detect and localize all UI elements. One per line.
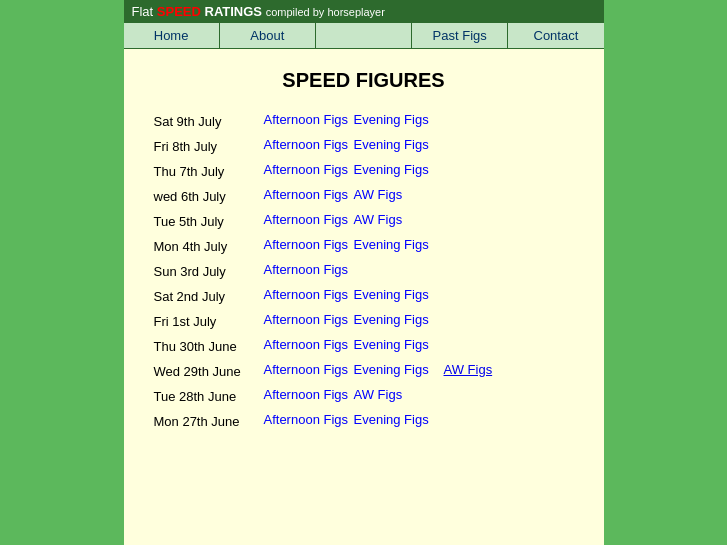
- date-label: Fri 1st July: [154, 312, 264, 329]
- date-label: Fri 8th July: [154, 137, 264, 154]
- header-bar: Flat SPEED RATINGS compiled by horseplay…: [124, 0, 604, 23]
- navigation: Home About Past Figs Contact: [124, 23, 604, 49]
- afternoon-figs-col: Afternoon Figs: [264, 387, 354, 404]
- date-row: Sat 2nd JulyAfternoon FigsEvening Figs: [154, 287, 574, 304]
- afternoon-figs-link[interactable]: Afternoon Figs: [264, 337, 354, 354]
- date-row: Tue 5th JulyAfternoon FigsAW Figs: [154, 212, 574, 229]
- page-wrapper: Flat SPEED RATINGS compiled by horseplay…: [124, 0, 604, 545]
- date-row: Wed 29th JuneAfternoon FigsEvening FigsA…: [154, 362, 574, 379]
- evening-figs-link[interactable]: Evening Figs: [354, 362, 444, 379]
- main-content: SPEED FIGURES Sat 9th JulyAfternoon Figs…: [124, 49, 604, 545]
- afternoon-figs-col: Afternoon Figs: [264, 212, 354, 229]
- nav-past-figs[interactable]: Past Figs: [412, 23, 508, 48]
- evening-figs-link[interactable]: AW Figs: [354, 187, 444, 204]
- evening-figs-col: Evening Figs: [354, 337, 444, 354]
- date-label: Tue 5th July: [154, 212, 264, 229]
- afternoon-figs-link[interactable]: Afternoon Figs: [264, 287, 354, 304]
- date-label: Tue 28th June: [154, 387, 264, 404]
- afternoon-figs-link[interactable]: Afternoon Figs: [264, 262, 354, 279]
- evening-figs-link[interactable]: AW Figs: [354, 387, 444, 404]
- evening-figs-link[interactable]: AW Figs: [354, 212, 444, 229]
- nav-about[interactable]: About: [220, 23, 316, 48]
- date-label: wed 6th July: [154, 187, 264, 204]
- afternoon-figs-col: Afternoon Figs: [264, 237, 354, 254]
- evening-figs-col: Evening Figs: [354, 137, 444, 154]
- evening-figs-col: Evening Figs: [354, 412, 444, 429]
- afternoon-figs-col: Afternoon Figs: [264, 137, 354, 154]
- date-row: Mon 27th JuneAfternoon FigsEvening Figs: [154, 412, 574, 429]
- date-row: Mon 4th JulyAfternoon FigsEvening Figs: [154, 237, 574, 254]
- evening-figs-link[interactable]: Evening Figs: [354, 112, 444, 129]
- date-row: Tue 28th JuneAfternoon FigsAW Figs: [154, 387, 574, 404]
- afternoon-figs-col: Afternoon Figs: [264, 262, 354, 279]
- afternoon-figs-col: Afternoon Figs: [264, 187, 354, 204]
- afternoon-figs-link[interactable]: Afternoon Figs: [264, 212, 354, 229]
- afternoon-figs-link[interactable]: Afternoon Figs: [264, 362, 354, 379]
- date-label: Sat 2nd July: [154, 287, 264, 304]
- date-row: Thu 7th JulyAfternoon FigsEvening Figs: [154, 162, 574, 179]
- afternoon-figs-col: Afternoon Figs: [264, 312, 354, 329]
- evening-figs-col: AW Figs: [354, 187, 444, 204]
- afternoon-figs-link[interactable]: Afternoon Figs: [264, 137, 354, 154]
- date-label: Sat 9th July: [154, 112, 264, 129]
- evening-figs-col: Evening Figs: [354, 312, 444, 329]
- afternoon-figs-col: Afternoon Figs: [264, 162, 354, 179]
- date-row: Sat 9th JulyAfternoon FigsEvening Figs: [154, 112, 574, 129]
- afternoon-figs-col: Afternoon Figs: [264, 362, 354, 379]
- evening-figs-col: Evening Figs: [354, 162, 444, 179]
- afternoon-figs-link[interactable]: Afternoon Figs: [264, 387, 354, 404]
- afternoon-figs-link[interactable]: Afternoon Figs: [264, 162, 354, 179]
- header-compiled: compiled by horseplayer: [266, 6, 385, 18]
- evening-figs-col: AW Figs: [354, 387, 444, 404]
- afternoon-figs-col: Afternoon Figs: [264, 112, 354, 129]
- evening-figs-link[interactable]: Evening Figs: [354, 237, 444, 254]
- date-row: Thu 30th JuneAfternoon FigsEvening Figs: [154, 337, 574, 354]
- evening-figs-link[interactable]: Evening Figs: [354, 312, 444, 329]
- afternoon-figs-link[interactable]: Afternoon Figs: [264, 112, 354, 129]
- evening-figs-col: Evening Figs: [354, 287, 444, 304]
- evening-figs-link[interactable]: Evening Figs: [354, 337, 444, 354]
- evening-figs-col: AW Figs: [354, 212, 444, 229]
- aw-figs-link[interactable]: AW Figs: [444, 362, 493, 377]
- date-label: Mon 27th June: [154, 412, 264, 429]
- date-row: Fri 8th JulyAfternoon FigsEvening Figs: [154, 137, 574, 154]
- date-label: Thu 7th July: [154, 162, 264, 179]
- evening-figs-col: Evening Figs: [354, 362, 444, 379]
- afternoon-figs-link[interactable]: Afternoon Figs: [264, 312, 354, 329]
- afternoon-figs-col: Afternoon Figs: [264, 287, 354, 304]
- evening-figs-link[interactable]: Evening Figs: [354, 162, 444, 179]
- afternoon-figs-col: Afternoon Figs: [264, 337, 354, 354]
- header-speed: SPEED: [157, 4, 201, 19]
- dates-list: Sat 9th JulyAfternoon FigsEvening FigsFr…: [154, 112, 574, 429]
- date-label: Mon 4th July: [154, 237, 264, 254]
- header-ratings: RATINGS: [201, 4, 262, 19]
- nav-empty: [316, 23, 412, 48]
- date-row: wed 6th JulyAfternoon FigsAW Figs: [154, 187, 574, 204]
- evening-figs-link[interactable]: Evening Figs: [354, 287, 444, 304]
- date-label: Thu 30th June: [154, 337, 264, 354]
- afternoon-figs-col: Afternoon Figs: [264, 412, 354, 429]
- nav-contact[interactable]: Contact: [508, 23, 603, 48]
- date-label: Sun 3rd July: [154, 262, 264, 279]
- date-row: Fri 1st JulyAfternoon FigsEvening Figs: [154, 312, 574, 329]
- afternoon-figs-link[interactable]: Afternoon Figs: [264, 237, 354, 254]
- afternoon-figs-link[interactable]: Afternoon Figs: [264, 412, 354, 429]
- evening-figs-col: Evening Figs: [354, 112, 444, 129]
- evening-figs-link[interactable]: Evening Figs: [354, 412, 444, 429]
- date-label: Wed 29th June: [154, 362, 264, 379]
- evening-figs-col: Evening Figs: [354, 237, 444, 254]
- aw-figs-col: AW Figs: [444, 362, 534, 377]
- header-flat: Flat: [132, 4, 157, 19]
- nav-home[interactable]: Home: [124, 23, 220, 48]
- evening-figs-link[interactable]: Evening Figs: [354, 137, 444, 154]
- page-title: SPEED FIGURES: [154, 69, 574, 92]
- date-row: Sun 3rd JulyAfternoon Figs: [154, 262, 574, 279]
- afternoon-figs-link[interactable]: Afternoon Figs: [264, 187, 354, 204]
